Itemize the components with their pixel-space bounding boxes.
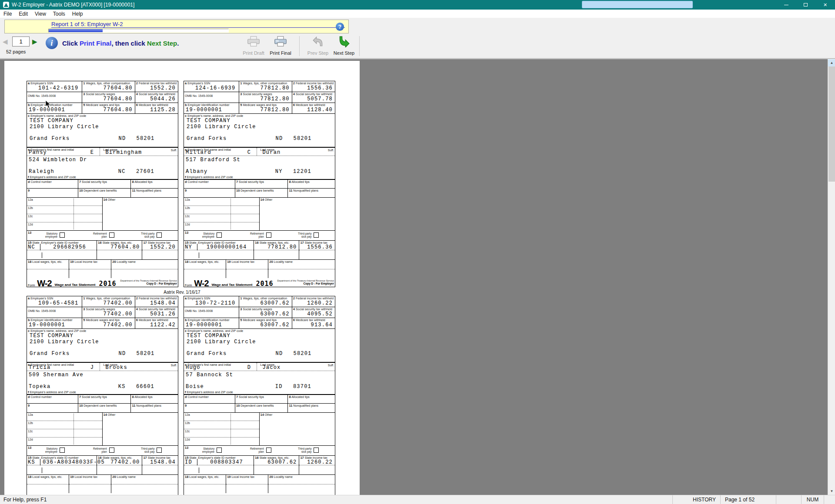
box17-value: 1556.36 <box>307 244 333 250</box>
field-box18: 18 Local wages, tips, etc. <box>27 475 69 493</box>
state-id-value: 19000000164 <box>200 244 254 250</box>
menu-help[interactable]: Help <box>69 10 87 18</box>
field-employee-name: e Employee's first name and initial Last… <box>27 148 178 156</box>
ssn-value: 124-16-6939 <box>195 85 235 91</box>
box16-value: 77402.00 <box>110 459 140 465</box>
printer-draft-icon <box>247 36 260 47</box>
third-party-sick-pay-checkbox <box>157 448 162 453</box>
employee-street: 509 Sherman Ave <box>29 372 84 378</box>
printer-final-icon <box>274 36 287 47</box>
state-code-value: ID <box>185 459 192 465</box>
ssn-value: 109-65-4581 <box>38 300 78 306</box>
toolbar: ◀ ▶ 52 pages i Click Print Final, then c… <box>0 33 835 59</box>
employer-zip: 58201 <box>137 351 178 357</box>
statutory-employee-checkbox <box>60 448 65 453</box>
field-box12: 12a 12b 12c 12d <box>184 198 260 230</box>
box1-value: 77402.00 <box>104 300 133 306</box>
scroll-up-button[interactable]: ▲ <box>828 59 835 66</box>
w2-form-slot: a Employee's SSN 101-42-6319 1 Wages, ti… <box>27 81 178 287</box>
field-box17: 17 State income tax 1556.36 <box>299 241 335 259</box>
next-step-button[interactable]: Next Step <box>331 35 357 57</box>
menu-tools[interactable]: Tools <box>50 10 69 18</box>
ssn-value: 101-42-6319 <box>38 85 78 91</box>
field-box9: 9 <box>184 404 235 413</box>
field-box7: 7 Social security tips <box>235 395 288 404</box>
field-box8: 8 Allocated tips <box>131 395 178 404</box>
field-box7: 7 Social security tips <box>78 180 131 189</box>
employee-first-name: Millard <box>186 149 211 156</box>
field-employer-address: c Employer's name, address, and ZIP code… <box>184 114 335 148</box>
scrollbar-thumb[interactable] <box>828 66 835 182</box>
employee-first-name: Pansy <box>29 149 47 156</box>
w2-form: a Employee's SSN 101-42-6319 1 Wages, ti… <box>27 81 178 287</box>
page-number-input[interactable] <box>12 36 30 46</box>
info-icon: i <box>46 37 58 49</box>
preview-area: a Employee's SSN 101-42-6319 1 Wages, ti… <box>0 59 835 495</box>
field-ein: b Employer identification number 19-0000… <box>27 103 82 114</box>
next-page-button[interactable]: ▶ <box>32 38 37 46</box>
prev-step-button[interactable]: Prev Step <box>304 35 331 57</box>
minimize-button[interactable] <box>776 0 796 10</box>
box16-value: 77812.80 <box>267 244 297 250</box>
print-final-button[interactable]: Print Final <box>267 35 294 57</box>
field-box6: 6 Medicare tax withheld 1128.40 <box>292 103 335 114</box>
box3-value: 77812.80 <box>261 96 290 102</box>
scroll-down-button[interactable]: ▼ <box>828 487 835 495</box>
retirement-plan-checkbox <box>109 232 114 238</box>
field-box17: 17 State income tax 1548.04 <box>142 456 178 474</box>
mouse-cursor <box>45 100 51 108</box>
field-box3: 3 Social security wages 77402.00 <box>82 307 135 318</box>
menu-edit[interactable]: Edit <box>15 10 31 18</box>
field-box20: 20 Locality name <box>111 260 178 278</box>
field-box15-state: 15 State Employer's state ID number ID 0… <box>184 456 254 474</box>
box1-value: 63007.62 <box>261 300 290 306</box>
prev-page-button[interactable]: ◀ <box>3 38 8 46</box>
employee-initial: E <box>90 149 94 156</box>
field-box19: 19 Local income tax <box>226 260 268 278</box>
employee-city: Albany <box>186 169 275 175</box>
ein-value: 19-0000001 <box>29 322 65 328</box>
field-box3: 3 Social security wages 77604.80 <box>82 92 135 103</box>
statutory-employee-checkbox <box>60 232 65 238</box>
field-box6: 6 Medicare tax withheld 1125.28 <box>135 103 178 114</box>
close-button[interactable]: ✕ <box>815 0 835 10</box>
employee-zip: 27601 <box>136 169 178 175</box>
field-box13: 13 Statutoryemployee Retirementplan Thir… <box>27 446 178 456</box>
w2-form-slot: a Employee's SSN 109-65-4581 1 Wages, ti… <box>27 296 178 495</box>
field-box9: 9 <box>27 404 78 413</box>
employee-state: KS <box>118 384 136 390</box>
employer-name: TEST COMPANY <box>30 118 73 124</box>
print-draft-button[interactable]: Print Draft <box>240 35 267 57</box>
field-employee-ssn: a Employee's SSN 109-65-4581 <box>27 296 82 307</box>
box17-value: 1552.20 <box>150 244 176 250</box>
box2-value: 1548.04 <box>150 300 176 306</box>
field-box12: 12a 12b 12c 12d <box>27 413 103 445</box>
aatrix-revision-label: Aatrix Rev. 1/16/17 <box>4 290 360 295</box>
employee-street: 517 Bradford St <box>186 157 240 163</box>
box2-value: 1556.36 <box>307 85 333 91</box>
vertical-scrollbar[interactable]: ▲ ▼ <box>828 59 835 495</box>
field-employee-name: e Employee's first name and initial Last… <box>184 148 335 156</box>
box5-value: 77402.00 <box>104 322 133 328</box>
box3-value: 63007.62 <box>261 311 290 317</box>
box3-value: 77402.00 <box>104 311 133 317</box>
box3-value: 77604.80 <box>104 96 133 102</box>
field-ein: b Employer identification number 19-0000… <box>184 103 239 114</box>
maximize-button[interactable] <box>796 0 815 10</box>
menu-view[interactable]: View <box>31 10 50 18</box>
employee-first-name: Hugo <box>186 365 200 371</box>
employee-zip: 83701 <box>293 384 335 390</box>
title-bar: W-2 Employer - Aatrix DEMO [ATX000] [19-… <box>0 0 835 10</box>
field-box18: 18 Local wages, tips, etc. <box>184 475 226 493</box>
ein-value: 19-0000001 <box>186 322 222 328</box>
field-box5: 5 Medicare wages and tips 77402.00 <box>82 318 135 329</box>
retirement-plan-checkbox <box>266 448 271 453</box>
field-box20: 20 Locality name <box>268 475 335 493</box>
field-box15-state: 15 State Employer's state ID number KS 0… <box>27 456 97 474</box>
menu-file[interactable]: File <box>0 10 15 18</box>
employee-last-name: Brooks <box>105 365 127 371</box>
help-icon[interactable]: ? <box>336 23 344 31</box>
box2-value: 1260.22 <box>307 300 333 306</box>
state-code-value: NC <box>28 244 35 250</box>
employee-city: Boise <box>186 384 275 390</box>
